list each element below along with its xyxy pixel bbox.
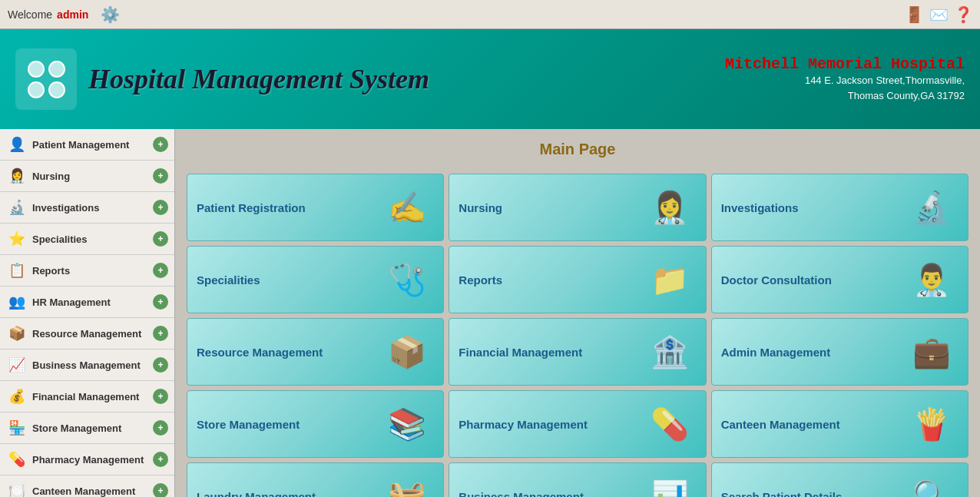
hospital-name: Mitchell Memorial Hospital (725, 55, 965, 73)
sidebar-nursing-icon: 👩‍⚕️ (6, 165, 28, 187)
sidebar-business-management-expand[interactable]: + (153, 357, 168, 373)
grid-label-store-management: Store Management (197, 418, 380, 431)
logo-circle-3 (28, 81, 45, 98)
admin-username: admin (57, 8, 88, 21)
app-title: Hospital Management System (88, 63, 429, 95)
email-icon[interactable]: ✉️ (929, 5, 948, 24)
sidebar-item-hr-management[interactable]: 👥HR Management+ (0, 287, 174, 318)
grid-label-reports: Reports (459, 273, 642, 287)
sidebar-item-canteen-management[interactable]: 🍽️Canteen Management+ (0, 475, 174, 497)
grid-cell-search-patient-details[interactable]: Search Patient Details🔍 (711, 462, 968, 497)
grid-label-laundry-management: Laundry Management (197, 490, 380, 498)
grid-cell-financial-management[interactable]: Financial Management🏦 (449, 318, 706, 386)
sidebar-pharmacy-management-expand[interactable]: + (153, 452, 168, 467)
grid-label-patient-registration: Patient Registration (197, 201, 380, 214)
sidebar-patient-management-icon: 👤 (6, 134, 28, 155)
sidebar-financial-management-label: Financial Management (32, 391, 153, 403)
grid-image-search-patient-details: 🔍 (905, 469, 958, 497)
logout-icon[interactable]: 🚪 (905, 5, 923, 24)
sidebar-financial-management-expand[interactable]: + (153, 389, 168, 404)
grid-label-business-management: Business Management (459, 490, 642, 498)
sidebar-patient-management-expand[interactable]: + (153, 137, 168, 152)
grid-label-search-patient-details: Search Patient Details (721, 490, 905, 498)
sidebar-specialities-label: Specialities (32, 234, 153, 245)
grid-cell-investigations[interactable]: Investigations🔬 (711, 174, 968, 241)
sidebar-resource-management-label: Resource Management (32, 328, 153, 340)
grid-image-canteen-management: 🍟 (905, 397, 958, 451)
sidebar-hr-management-label: HR Management (32, 297, 153, 308)
main-grid: Patient Registration✍️Nursing👩‍⚕️Investi… (183, 170, 972, 497)
sidebar-nursing-expand[interactable]: + (153, 168, 168, 184)
grid-cell-nursing[interactable]: Nursing👩‍⚕️ (449, 174, 706, 241)
grid-image-doctor-consultation: 👨‍⚕️ (905, 253, 958, 306)
grid-label-canteen-management: Canteen Management (721, 418, 905, 431)
sidebar-item-patient-management[interactable]: 👤Patient Management+ (0, 129, 174, 161)
grid-label-nursing: Nursing (459, 201, 642, 214)
sidebar-item-nursing[interactable]: 👩‍⚕️Nursing+ (0, 161, 174, 192)
sidebar: 👤Patient Management+👩‍⚕️Nursing+🔬Investi… (0, 129, 175, 497)
sidebar-reports-icon: 📋 (6, 260, 28, 281)
sidebar-investigations-expand[interactable]: + (153, 200, 168, 215)
sidebar-patient-management-label: Patient Management (32, 139, 153, 151)
grid-image-nursing: 👩‍⚕️ (643, 181, 697, 234)
grid-cell-pharmacy-management[interactable]: Pharmacy Management💊 (449, 390, 706, 458)
content-area: Main Page Patient Registration✍️Nursing👩… (175, 129, 980, 497)
grid-label-investigations: Investigations (721, 201, 905, 214)
grid-image-admin-management: 💼 (905, 325, 958, 379)
sidebar-hr-management-expand[interactable]: + (153, 294, 168, 310)
help-icon[interactable]: ❓ (954, 5, 972, 24)
sidebar-store-management-expand[interactable]: + (153, 420, 168, 436)
address-line2: Thomas County,GA 31792 (848, 90, 965, 101)
grid-label-admin-management: Admin Management (721, 346, 905, 359)
logo-icon (15, 48, 77, 110)
grid-cell-admin-management[interactable]: Admin Management💼 (711, 318, 968, 386)
sidebar-item-store-management[interactable]: 🏪Store Management+ (0, 413, 174, 444)
topbar-right: 🚪 ✉️ ❓ (905, 5, 972, 24)
sidebar-item-pharmacy-management[interactable]: 💊Pharmacy Management+ (0, 444, 174, 475)
logo-circle-4 (48, 81, 65, 98)
grid-image-business-management: 📊 (643, 469, 697, 497)
topbar: Welcome admin ⚙️ 🚪 ✉️ ❓ (0, 0, 980, 29)
sidebar-investigations-icon: 🔬 (6, 197, 28, 218)
grid-cell-specialities[interactable]: Specialities🩺 (187, 246, 444, 313)
grid-cell-store-management[interactable]: Store Management📚 (187, 390, 444, 458)
header-left: Hospital Management System (15, 48, 429, 110)
grid-cell-business-management[interactable]: Business Management📊 (449, 462, 706, 497)
topbar-left: Welcome admin ⚙️ (8, 5, 120, 24)
grid-label-specialities: Specialities (197, 273, 380, 287)
grid-cell-resource-management[interactable]: Resource Management📦 (187, 318, 444, 386)
sidebar-item-investigations[interactable]: 🔬Investigations+ (0, 192, 174, 224)
grid-cell-reports[interactable]: Reports📁 (449, 246, 706, 313)
grid-image-pharmacy-management: 💊 (643, 397, 697, 451)
grid-cell-laundry-management[interactable]: Laundry Management🧺 (187, 462, 444, 497)
sidebar-item-resource-management[interactable]: 📦Resource Management+ (0, 318, 174, 350)
page-title: Main Page (183, 137, 972, 162)
sidebar-item-business-management[interactable]: 📈Business Management+ (0, 350, 174, 381)
grid-cell-canteen-management[interactable]: Canteen Management🍟 (711, 390, 968, 458)
grid-cell-doctor-consultation[interactable]: Doctor Consultation👨‍⚕️ (711, 246, 968, 313)
sidebar-canteen-management-label: Canteen Management (32, 485, 153, 497)
grid-label-pharmacy-management: Pharmacy Management (459, 418, 642, 431)
sidebar-item-specialities[interactable]: ⭐Specialities+ (0, 224, 174, 255)
grid-image-reports: 📁 (643, 253, 697, 306)
grid-image-financial-management: 🏦 (643, 325, 697, 379)
grid-label-financial-management: Financial Management (459, 346, 642, 359)
grid-cell-patient-registration[interactable]: Patient Registration✍️ (187, 174, 444, 241)
grid-image-resource-management: 📦 (380, 325, 434, 379)
sidebar-specialities-expand[interactable]: + (153, 231, 168, 247)
sidebar-canteen-management-icon: 🍽️ (6, 480, 28, 497)
grid-image-laundry-management: 🧺 (380, 469, 434, 497)
grid-label-doctor-consultation: Doctor Consultation (721, 273, 905, 287)
sidebar-store-management-icon: 🏪 (6, 417, 28, 439)
sidebar-reports-expand[interactable]: + (153, 263, 168, 278)
settings-icon[interactable]: ⚙️ (101, 5, 120, 24)
sidebar-business-management-icon: 📈 (6, 354, 28, 376)
sidebar-resource-management-expand[interactable]: + (153, 326, 168, 341)
header: Hospital Management System Mitchell Memo… (0, 29, 980, 129)
main-layout: 👤Patient Management+👩‍⚕️Nursing+🔬Investi… (0, 129, 980, 497)
sidebar-reports-label: Reports (32, 265, 153, 277)
sidebar-canteen-management-expand[interactable]: + (153, 483, 168, 497)
sidebar-store-management-label: Store Management (32, 422, 153, 434)
sidebar-item-financial-management[interactable]: 💰Financial Management+ (0, 381, 174, 413)
sidebar-item-reports[interactable]: 📋Reports+ (0, 255, 174, 287)
